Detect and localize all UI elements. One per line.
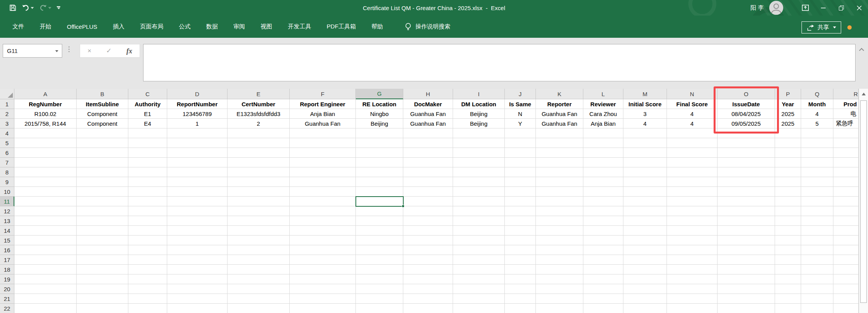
cell-M18[interactable]: [623, 265, 667, 274]
tab-页面布局[interactable]: 页面布局: [139, 21, 164, 32]
cell-E1[interactable]: CertNumber: [228, 99, 290, 109]
cell-E21[interactable]: [228, 294, 290, 304]
cell-G2[interactable]: Ningbo: [356, 109, 403, 119]
cell-N15[interactable]: [667, 236, 718, 245]
cell-F3[interactable]: Guanhua Fan: [290, 119, 356, 128]
cell-M13[interactable]: [623, 216, 667, 226]
cell-D2[interactable]: 123456789: [167, 109, 228, 119]
cell-A19[interactable]: [14, 274, 77, 284]
cell-G8[interactable]: [356, 167, 403, 177]
cell-A6[interactable]: [14, 148, 77, 158]
cell-K4[interactable]: [536, 128, 583, 138]
cell-B2[interactable]: Component: [77, 109, 128, 119]
cell-A4[interactable]: [14, 128, 77, 138]
cell-D13[interactable]: [167, 216, 228, 226]
cell-C4[interactable]: [128, 128, 167, 138]
cell-A7[interactable]: [14, 158, 77, 167]
cell-Q11[interactable]: [801, 197, 833, 206]
cell-Q14[interactable]: [801, 226, 833, 236]
cell-E19[interactable]: [228, 274, 290, 284]
cell-G3[interactable]: Beijing: [356, 119, 403, 128]
cell-P1[interactable]: Year: [775, 99, 801, 109]
column-header-M[interactable]: M: [623, 89, 667, 99]
cell-I20[interactable]: [453, 284, 505, 294]
cell-N2[interactable]: 4: [667, 109, 718, 119]
cell-E14[interactable]: [228, 226, 290, 236]
cell-G14[interactable]: [356, 226, 403, 236]
cell-O4[interactable]: [718, 128, 775, 138]
cell-A1[interactable]: RegNumber: [14, 99, 77, 109]
cell-A8[interactable]: [14, 167, 77, 177]
cell-L22[interactable]: [583, 304, 623, 313]
row-header-1[interactable]: 1: [0, 99, 14, 109]
cell-H20[interactable]: [403, 284, 453, 294]
cell-J18[interactable]: [505, 265, 536, 274]
cell-D12[interactable]: [167, 206, 228, 216]
cell-Q18[interactable]: [801, 265, 833, 274]
cell-E17[interactable]: [228, 255, 290, 265]
cell-C19[interactable]: [128, 274, 167, 284]
cell-O7[interactable]: [718, 158, 775, 167]
cell-E8[interactable]: [228, 167, 290, 177]
column-header-F[interactable]: F: [290, 89, 356, 99]
cell-H17[interactable]: [403, 255, 453, 265]
cell-Q2[interactable]: 4: [801, 109, 833, 119]
cell-B5[interactable]: [77, 138, 128, 148]
cell-L2[interactable]: Cara Zhou: [583, 109, 623, 119]
insert-function-button[interactable]: fx: [126, 47, 132, 55]
cell-R12[interactable]: [833, 206, 859, 216]
tab-插入[interactable]: 插入: [112, 21, 125, 32]
cell-C8[interactable]: [128, 167, 167, 177]
cell-M12[interactable]: [623, 206, 667, 216]
row-header-12[interactable]: 12: [0, 206, 14, 216]
cell-N18[interactable]: [667, 265, 718, 274]
tab-视图[interactable]: 视图: [260, 21, 273, 32]
cell-G16[interactable]: [356, 245, 403, 255]
cell-G6[interactable]: [356, 148, 403, 158]
cell-K2[interactable]: Guanhua Fan: [536, 109, 583, 119]
cell-A15[interactable]: [14, 236, 77, 245]
cell-D10[interactable]: [167, 187, 228, 197]
cell-F8[interactable]: [290, 167, 356, 177]
cell-J16[interactable]: [505, 245, 536, 255]
cell-A11[interactable]: [14, 197, 77, 206]
cell-D6[interactable]: [167, 148, 228, 158]
column-header-N[interactable]: N: [667, 89, 718, 99]
cell-H22[interactable]: [403, 304, 453, 313]
cell-J4[interactable]: [505, 128, 536, 138]
cell-I13[interactable]: [453, 216, 505, 226]
cell-L5[interactable]: [583, 138, 623, 148]
cell-H8[interactable]: [403, 167, 453, 177]
row-header-11[interactable]: 11: [0, 197, 14, 206]
cell-B22[interactable]: [77, 304, 128, 313]
cell-M17[interactable]: [623, 255, 667, 265]
cell-N11[interactable]: [667, 197, 718, 206]
cell-P21[interactable]: [775, 294, 801, 304]
cell-E4[interactable]: [228, 128, 290, 138]
cell-H11[interactable]: [403, 197, 453, 206]
cell-B9[interactable]: [77, 177, 128, 187]
tab-数据[interactable]: 数据: [205, 21, 219, 32]
cell-M1[interactable]: Initial Score: [623, 99, 667, 109]
cell-H16[interactable]: [403, 245, 453, 255]
cell-O1[interactable]: IssueDate: [718, 99, 775, 109]
cell-N13[interactable]: [667, 216, 718, 226]
cell-G7[interactable]: [356, 158, 403, 167]
cell-E5[interactable]: [228, 138, 290, 148]
cell-M11[interactable]: [623, 197, 667, 206]
cell-O11[interactable]: [718, 197, 775, 206]
cell-B15[interactable]: [77, 236, 128, 245]
cell-D9[interactable]: [167, 177, 228, 187]
cell-P8[interactable]: [775, 167, 801, 177]
cell-O20[interactable]: [718, 284, 775, 294]
row-header-7[interactable]: 7: [0, 158, 14, 167]
cell-F15[interactable]: [290, 236, 356, 245]
cell-J7[interactable]: [505, 158, 536, 167]
cell-R3[interactable]: 紧急呼: [833, 119, 859, 128]
cell-R14[interactable]: [833, 226, 859, 236]
cell-O2[interactable]: 08/04/2025: [718, 109, 775, 119]
cell-O5[interactable]: [718, 138, 775, 148]
cell-L11[interactable]: [583, 197, 623, 206]
column-header-E[interactable]: E: [228, 89, 290, 99]
cell-J21[interactable]: [505, 294, 536, 304]
